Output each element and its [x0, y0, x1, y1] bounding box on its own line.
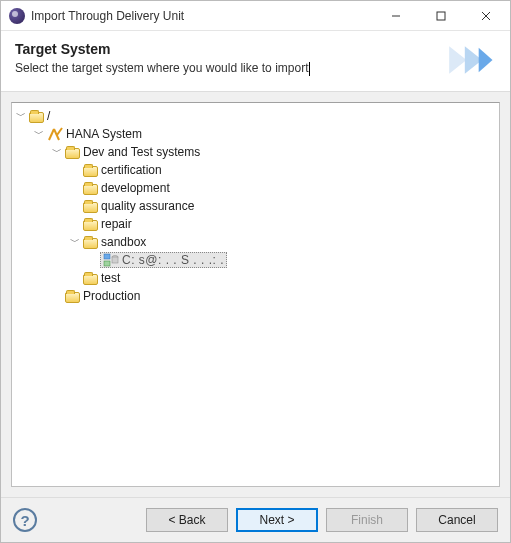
finish-button[interactable]: Finish — [326, 508, 408, 532]
svg-line-9 — [57, 128, 62, 135]
tree-item-sandbox-connection[interactable]: › — [86, 251, 497, 269]
content-area: ﹀ / ﹀ — [1, 92, 510, 497]
database-connection-icon — [103, 252, 119, 268]
svg-rect-1 — [437, 12, 445, 20]
expand-toggle-icon[interactable]: ﹀ — [50, 145, 64, 159]
expand-toggle-icon[interactable]: ﹀ — [32, 127, 46, 141]
tree-label: certification — [101, 161, 162, 179]
maximize-button[interactable] — [418, 1, 463, 31]
tree-item-sandbox[interactable]: ﹀ sandbox — [68, 233, 497, 251]
folder-icon — [65, 292, 80, 303]
svg-marker-6 — [479, 48, 493, 72]
folder-open-icon — [65, 148, 80, 159]
tree-label: repair — [101, 215, 132, 233]
page-description: Select the target system where you would… — [15, 61, 440, 76]
back-button[interactable]: < Back — [146, 508, 228, 532]
tree-item-dev-test[interactable]: ﹀ Dev and Test systems — [50, 143, 497, 161]
tree-label: / — [47, 107, 50, 125]
tree-item-production[interactable]: › Production — [50, 287, 497, 305]
close-button[interactable] — [463, 1, 508, 31]
tree-label: development — [101, 179, 170, 197]
folder-icon — [83, 274, 98, 285]
tree-label: Dev and Test systems — [83, 143, 200, 161]
tree-item-test[interactable]: › test — [68, 269, 497, 287]
system-icon — [47, 126, 63, 142]
svg-line-7 — [49, 129, 54, 140]
svg-rect-13 — [112, 257, 118, 263]
selected-item[interactable]: C: s@: . . S . . .: . — [100, 252, 227, 268]
titlebar: Import Through Delivery Unit — [1, 1, 510, 31]
svg-rect-11 — [104, 261, 110, 266]
folder-open-icon — [29, 112, 44, 123]
tree-item-development[interactable]: › development — [68, 179, 497, 197]
tree-item-repair[interactable]: › repair — [68, 215, 497, 233]
tree-item-quality-assurance[interactable]: › quality assurance — [68, 197, 497, 215]
tree-label: sandbox — [101, 233, 146, 251]
cancel-button[interactable]: Cancel — [416, 508, 498, 532]
minimize-button[interactable] — [373, 1, 418, 31]
next-button[interactable]: Next > — [236, 508, 318, 532]
help-button[interactable]: ? — [13, 508, 37, 532]
tree-label: test — [101, 269, 120, 287]
tree-label: quality assurance — [101, 197, 194, 215]
app-icon — [9, 8, 25, 24]
folder-open-icon — [83, 238, 98, 249]
target-system-tree[interactable]: ﹀ / ﹀ — [11, 102, 500, 487]
folder-icon — [83, 184, 98, 195]
expand-toggle-icon[interactable]: ﹀ — [68, 235, 82, 249]
svg-marker-4 — [449, 46, 466, 74]
wizard-button-bar: ? < Back Next > Finish Cancel — [1, 497, 510, 542]
folder-icon — [83, 202, 98, 213]
tree-item-certification[interactable]: › certification — [68, 161, 497, 179]
window-title: Import Through Delivery Unit — [31, 9, 373, 23]
tree-label: C: s@: . . S . . .: . — [122, 251, 224, 269]
tree-root[interactable]: ﹀ / — [14, 107, 497, 125]
text-caret — [309, 62, 310, 76]
svg-rect-10 — [104, 254, 110, 259]
wizard-header: Target System Select the target system w… — [1, 31, 510, 92]
folder-icon — [83, 166, 98, 177]
wizard-banner-icon — [440, 41, 496, 79]
tree-item-hana-system[interactable]: ﹀ HANA System — [32, 125, 497, 143]
tree-label: Production — [83, 287, 140, 305]
expand-toggle-icon[interactable]: ﹀ — [14, 109, 28, 123]
folder-icon — [83, 220, 98, 231]
page-title: Target System — [15, 41, 440, 57]
tree-label: HANA System — [66, 125, 142, 143]
